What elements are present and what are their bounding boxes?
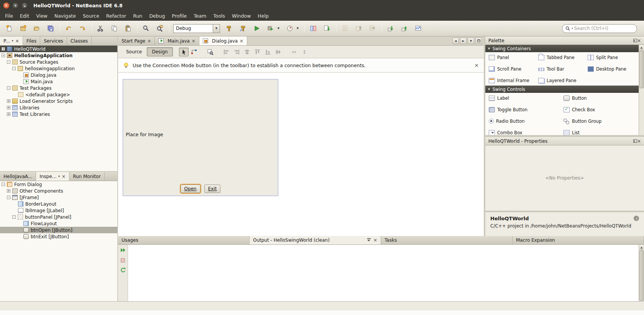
close-icon[interactable]: × — [62, 174, 66, 179]
menu-navigate[interactable]: Navigate — [51, 12, 79, 20]
update-icon[interactable] — [322, 23, 332, 34]
close-icon[interactable]: × — [637, 38, 641, 43]
tree-item-source-packages[interactable]: - Source Packages — [0, 59, 117, 65]
minimize-window-icon[interactable]: ▾ — [58, 175, 60, 178]
collapse-toggle-icon[interactable]: - — [7, 196, 10, 199]
expand-toggle-icon[interactable]: + — [7, 112, 10, 116]
scrollbar-thumb[interactable] — [639, 51, 644, 88]
tab-run-monitor[interactable]: Run Monitor — [69, 172, 104, 181]
menu-view[interactable]: View — [33, 12, 51, 20]
palette-item-desktop-pane[interactable]: Desktop Pane — [588, 66, 639, 72]
tree-item-helloqtworld[interactable]: + HelloQTWorld — [0, 46, 117, 52]
menu-file[interactable]: File — [2, 12, 16, 20]
selection-mode-icon[interactable] — [179, 48, 189, 56]
scroll-up-icon[interactable]: ▲ — [639, 245, 644, 250]
tree-item-dialog-java[interactable]: Dialog.java — [0, 72, 117, 78]
commit-icon[interactable] — [353, 23, 364, 34]
tab-projects[interactable]: P... ▾ × — [0, 36, 23, 45]
palette-item-layered-pane[interactable]: Layered Pane — [538, 77, 588, 84]
tab-macro-expansion[interactable]: Macro Expansion — [513, 236, 644, 244]
tab-usages[interactable]: Usages — [118, 236, 250, 244]
palette-item-tool-bar[interactable]: Tool Bar — [538, 66, 588, 72]
commit-all-icon[interactable] — [399, 23, 409, 34]
palette-item-check-box[interactable]: Check Box — [564, 106, 639, 113]
tree-item-main-java[interactable]: Main.java — [0, 78, 117, 85]
minimize-window-icon[interactable] — [633, 39, 637, 42]
tab-main-java[interactable]: Main.java × — [155, 36, 199, 45]
btn-open-component[interactable]: Open — [181, 185, 200, 193]
maximize-window-icon[interactable] — [475, 38, 482, 44]
align-right-icon[interactable] — [232, 48, 242, 56]
properties-header[interactable]: HelloQTWorld - Properties × — [485, 137, 644, 145]
window-maximize-button[interactable]: ▴ — [21, 2, 28, 9]
chevron-down-icon[interactable]: ▼ — [213, 24, 220, 33]
source-view-button[interactable]: Source — [121, 47, 147, 56]
menu-refactor[interactable]: Refactor — [103, 12, 130, 20]
tab-dialog-java[interactable]: Dialog.java × — [199, 36, 247, 45]
menu-debug[interactable]: Debug — [146, 12, 168, 20]
tab-list-dropdown-icon[interactable]: ▼ — [468, 38, 474, 44]
section-swing-containers[interactable]: ▼ Swing Containers — [485, 45, 639, 52]
expand-toggle-icon[interactable]: + — [2, 47, 5, 51]
refresh-icon[interactable] — [120, 267, 127, 274]
palette-scrollbar[interactable]: ▲ ▼ — [639, 45, 644, 135]
close-icon[interactable]: × — [192, 39, 196, 43]
collapse-toggle-icon[interactable]: - — [2, 183, 5, 186]
stop-icon[interactable] — [120, 257, 127, 264]
tree-item-borderlayout[interactable]: BorderLayout — [0, 201, 117, 207]
tree-item-btnexit[interactable]: btnExit [JButton] — [0, 233, 117, 240]
palette-header[interactable]: Palette × — [485, 36, 644, 45]
align-top-icon[interactable] — [253, 48, 262, 56]
scroll-tabs-right-icon[interactable]: ▶ — [460, 38, 467, 44]
new-file-icon[interactable] — [4, 23, 14, 34]
collapse-toggle-icon[interactable]: - — [2, 54, 5, 57]
tab-hellojava[interactable]: HelloJavaA... — [0, 172, 36, 181]
push-icon[interactable] — [367, 23, 378, 34]
tab-files[interactable]: Files — [23, 36, 40, 45]
tree-item-btnopen[interactable]: btnOpen [JButton] — [0, 227, 117, 233]
close-icon[interactable]: × — [240, 39, 243, 43]
scrollbar-thumb[interactable] — [639, 251, 644, 301]
menu-edit[interactable]: Edit — [16, 12, 33, 20]
paste-icon[interactable] — [123, 23, 133, 34]
menu-profile[interactable]: Profile — [168, 12, 190, 20]
build-project-icon[interactable] — [224, 23, 234, 34]
save-all-icon[interactable] — [45, 23, 56, 34]
collapse-toggle-icon[interactable]: - — [7, 60, 10, 64]
rerun-icon[interactable] — [120, 247, 127, 254]
vertical-resizable-icon[interactable]: ↕ — [300, 48, 309, 56]
redo-icon[interactable] — [77, 23, 87, 34]
section-swing-controls[interactable]: ▼ Swing Controls — [485, 86, 639, 93]
palette-item-button-group[interactable]: Button Group — [564, 118, 639, 124]
expand-toggle-icon[interactable]: + — [7, 99, 10, 103]
quick-search-box[interactable]: ▾ — [562, 24, 637, 33]
undo-icon[interactable] — [63, 23, 74, 34]
config-combobox[interactable]: Debug ▼ — [173, 24, 220, 33]
tree-item-buttonpanel[interactable]: - buttonPanel [JPanel] — [0, 214, 117, 220]
center-vertical-icon[interactable] — [273, 48, 283, 56]
tree-item-test-packages[interactable]: - Test Packages — [0, 85, 117, 91]
find-icon[interactable] — [141, 23, 151, 34]
minimize-window-icon[interactable] — [633, 139, 637, 143]
palette-item-radio-button[interactable]: Radio Button — [489, 118, 564, 124]
copy-icon[interactable] — [109, 23, 119, 34]
align-bottom-icon[interactable] — [263, 48, 273, 56]
preview-design-icon[interactable] — [205, 48, 215, 56]
new-project-icon[interactable] — [18, 23, 28, 34]
palette-item-scroll-pane[interactable]: Scroll Pane — [489, 66, 538, 72]
palette-item-label[interactable]: Label — [489, 95, 564, 101]
align-left-icon[interactable] — [222, 48, 231, 56]
menu-help[interactable]: Help — [254, 12, 272, 20]
collapse-toggle-icon[interactable]: - — [12, 215, 16, 219]
close-icon[interactable]: × — [147, 39, 151, 43]
filter-dropdown-icon[interactable] — [367, 238, 371, 242]
minimize-window-icon[interactable]: ▾ — [12, 39, 13, 43]
titlebar[interactable]: × ▾ ▴ HelloQTWorld - NetBeans IDE 6.8 — [0, 0, 644, 11]
tree-item-lblimage[interactable]: lblImage [JLabel] — [0, 207, 117, 214]
close-icon[interactable]: × — [373, 238, 377, 242]
collapse-toggle-icon[interactable]: - — [12, 67, 16, 70]
design-view-button[interactable]: Design — [147, 47, 172, 56]
close-icon[interactable]: × — [637, 139, 641, 143]
output-text-area[interactable] — [128, 245, 639, 301]
tree-item-flowlayout[interactable]: FlowLayout — [0, 220, 117, 227]
